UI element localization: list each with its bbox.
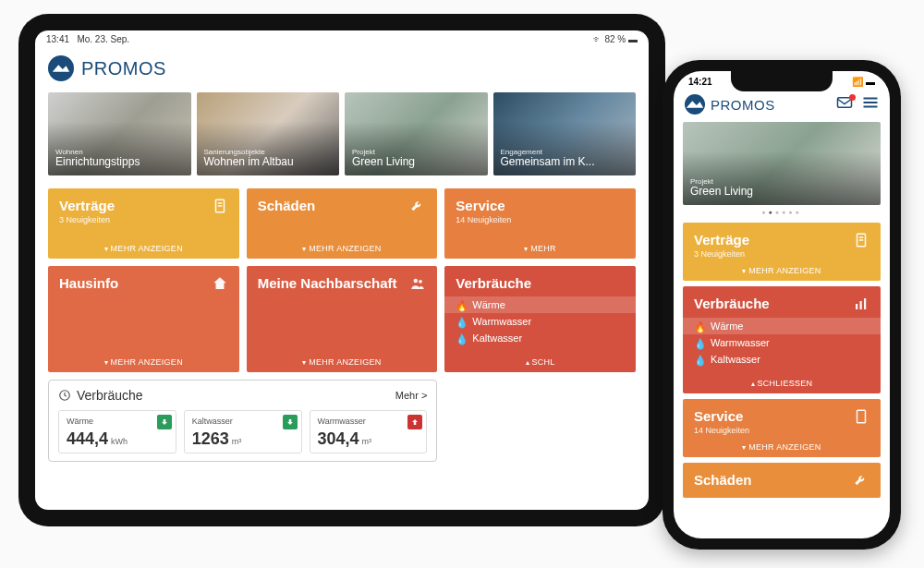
mini-value: 444,4: [67, 429, 108, 449]
mini-unit: m³: [232, 437, 242, 446]
mini-value: 1263: [192, 429, 229, 449]
tile-title: Hausinfo: [59, 275, 118, 291]
wifi-icon: ᯤ: [593, 34, 602, 44]
tile-verbraeuche[interactable]: Verbräuche 🔥Wärme 💧Warmwasser 💧Kaltwasse…: [683, 286, 881, 393]
tile-schaeden[interactable]: Schäden: [683, 463, 881, 498]
wrench-icon: [409, 198, 426, 214]
mini-card[interactable]: Warmwasser 304,4m³: [310, 410, 428, 453]
tile-less-button[interactable]: SCHLIESSEN: [694, 379, 869, 388]
tile-more-button[interactable]: MEHR ANZEIGEN: [59, 244, 228, 253]
tile-subtitle: 14 Neuigkeiten: [456, 215, 511, 224]
svg-point-4: [419, 280, 422, 284]
tile-more-button[interactable]: MEHR ANZEIGEN: [694, 266, 869, 275]
mini-value: 304,4: [318, 429, 359, 449]
svg-rect-6: [838, 98, 852, 108]
list-item-label: Wärme: [711, 320, 743, 332]
tile-title: Meine Nachbarschaft: [258, 275, 397, 291]
tile-more-button[interactable]: MEHR: [456, 244, 625, 253]
tile-hausinfo[interactable]: Hausinfo MEHR ANZEIGEN: [48, 266, 239, 372]
phone-notch: [731, 71, 833, 91]
carousel-card[interactable]: Wohnen Einrichtungstipps: [48, 92, 191, 175]
drop-icon: 💧: [456, 317, 465, 326]
carousel-card[interactable]: Projekt Green Living: [345, 92, 488, 175]
status-time: 14:21: [688, 77, 712, 87]
flame-icon: 🔥: [694, 321, 703, 331]
svg-rect-14: [860, 301, 862, 309]
tile-vertraege[interactable]: Verträge 3 Neuigkeiten MEHR ANZEIGEN: [683, 223, 881, 281]
carousel-title: Green Living: [690, 186, 873, 198]
svg-rect-16: [857, 410, 866, 423]
mini-unit: kWh: [111, 437, 128, 446]
list-item-label: Warmwasser: [711, 337, 770, 348]
tile-vertraege[interactable]: Verträge 3 Neuigkeiten MEHR ANZEIGEN: [48, 188, 239, 259]
list-item-label: Kaltwasser: [472, 332, 522, 344]
mini-card[interactable]: Wärme 444,4kWh: [58, 410, 176, 453]
document-icon: [212, 198, 228, 214]
carousel-card[interactable]: Sanierungsobjekte Wohnen im Altbau: [197, 92, 340, 175]
list-item[interactable]: 🔥Wärme: [444, 296, 636, 313]
list-item[interactable]: 💧Kaltwasser: [683, 351, 881, 368]
phone-screen: 14:21 📶 ▬ PROMOS Projekt Green Livin: [674, 71, 890, 538]
tile-title: Service: [694, 408, 749, 424]
flame-icon: 🔥: [456, 300, 465, 309]
carousel-title: Green Living: [352, 156, 480, 168]
brand-label: PROMOS: [81, 58, 166, 79]
document-icon: [853, 408, 869, 425]
tile-less-button[interactable]: SCHL: [456, 357, 625, 367]
list-item[interactable]: 💧Warmwasser: [683, 334, 881, 351]
brand-label: PROMOS: [711, 97, 775, 113]
carousel-title: Einrichtungstipps: [55, 156, 184, 168]
list-item-label: Wärme: [472, 299, 505, 310]
document-icon: [853, 232, 869, 248]
phone-carousel-card[interactable]: Projekt Green Living: [683, 122, 881, 205]
tile-nachbarschaft[interactable]: Meine Nachbarschaft MEHR ANZEIGEN: [247, 266, 438, 372]
status-time: 13:41: [46, 34, 69, 44]
list-item[interactable]: 💧Warmwasser: [444, 313, 636, 330]
tile-verbraeuche[interactable]: Verbräuche 🔥Wärme 💧Warmwasser 💧Kaltwasse…: [444, 266, 636, 372]
tile-schaeden[interactable]: Schäden MEHR ANZEIGEN: [247, 188, 438, 259]
list-item-label: Kaltwasser: [711, 354, 760, 365]
mini-card[interactable]: Kaltwasser 1263m³: [184, 410, 302, 453]
tile-title: Schäden: [694, 472, 752, 488]
status-battery: 82 %: [604, 34, 626, 44]
carousel-title: Gemeinsam im K...: [501, 156, 629, 168]
chart-icon: [853, 296, 869, 312]
carousel-card[interactable]: Engagement Gemeinsam im K...: [493, 92, 637, 175]
widget-more-link[interactable]: Mehr >: [395, 390, 428, 401]
drop-icon: 💧: [456, 333, 465, 343]
tile-service[interactable]: Service 14 Neuigkeiten MEHR: [444, 188, 636, 259]
mail-icon[interactable]: [836, 96, 853, 113]
verbraeuche-list: 🔥Wärme 💧Warmwasser 💧Kaltwasser: [683, 318, 881, 368]
list-item[interactable]: 💧Kaltwasser: [444, 330, 636, 346]
list-item-label: Warmwasser: [472, 316, 531, 327]
list-item[interactable]: 🔥Wärme: [683, 318, 881, 334]
tile-title: Verbräuche: [456, 275, 531, 291]
drop-icon: 💧: [694, 338, 703, 347]
tile-more-button[interactable]: MEHR ANZEIGEN: [59, 357, 228, 367]
menu-icon[interactable]: [862, 96, 879, 113]
tablet-header: PROMOS: [35, 48, 649, 92]
trend-down-icon: [283, 415, 298, 429]
signal-icon: 📶 ▬: [852, 77, 875, 87]
tile-title: Schäden: [258, 198, 316, 213]
verbraeuche-list: 🔥Wärme 💧Warmwasser 💧Kaltwasser: [444, 296, 636, 346]
carousel-dots[interactable]: ●●●●●●: [674, 205, 890, 219]
verbraeuche-widget: Verbräuche Mehr > Wärme 444,4kWh Kaltwas…: [48, 380, 437, 462]
tile-service[interactable]: Service 14 Neuigkeiten MEHR ANZEIGEN: [683, 399, 881, 457]
trend-up-icon: [407, 415, 422, 429]
svg-rect-13: [856, 304, 857, 309]
tile-title: Verbräuche: [694, 296, 770, 311]
phone-device: 14:21 📶 ▬ PROMOS Projekt Green Livin: [663, 60, 901, 550]
clock-icon: [58, 389, 71, 402]
tile-more-button[interactable]: MEHR ANZEIGEN: [694, 442, 869, 452]
phone-header: PROMOS: [674, 89, 890, 122]
tile-more-button[interactable]: MEHR ANZEIGEN: [258, 357, 427, 367]
tile-more-button[interactable]: MEHR ANZEIGEN: [258, 244, 427, 253]
tile-subtitle: 3 Neuigkeiten: [59, 215, 115, 224]
mini-unit: m³: [362, 437, 372, 446]
tablet-screen: 13:41 Mo. 23. Sep. ᯤ 82 % ▬ PROMOS Wohne…: [35, 30, 649, 510]
phone-tiles: Verträge 3 Neuigkeiten MEHR ANZEIGEN Ver…: [674, 219, 890, 502]
tablet-carousel[interactable]: Wohnen Einrichtungstipps Sanierungsobjek…: [35, 92, 649, 175]
battery-icon: ▬: [628, 34, 638, 44]
svg-rect-15: [864, 298, 866, 309]
